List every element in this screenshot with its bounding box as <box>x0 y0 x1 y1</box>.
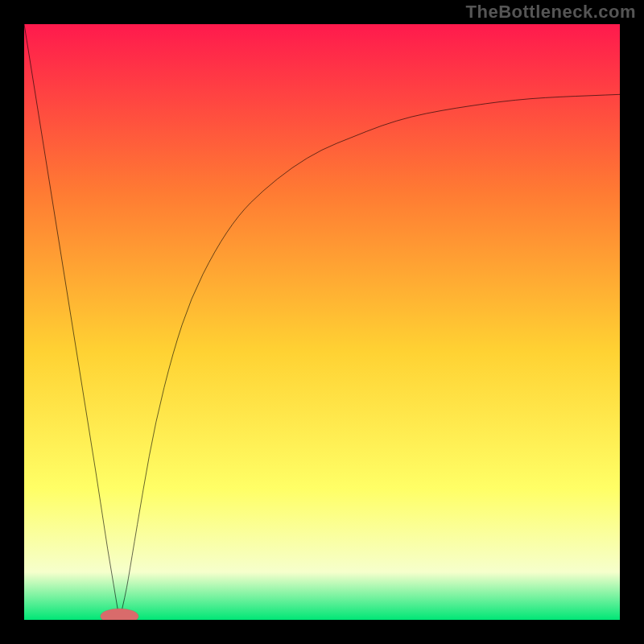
watermark-text: TheBottleneck.com <box>466 2 636 23</box>
gradient-background <box>24 24 620 620</box>
chart-frame: TheBottleneck.com <box>0 0 644 644</box>
chart-svg <box>24 24 620 620</box>
plot-area <box>24 24 620 620</box>
